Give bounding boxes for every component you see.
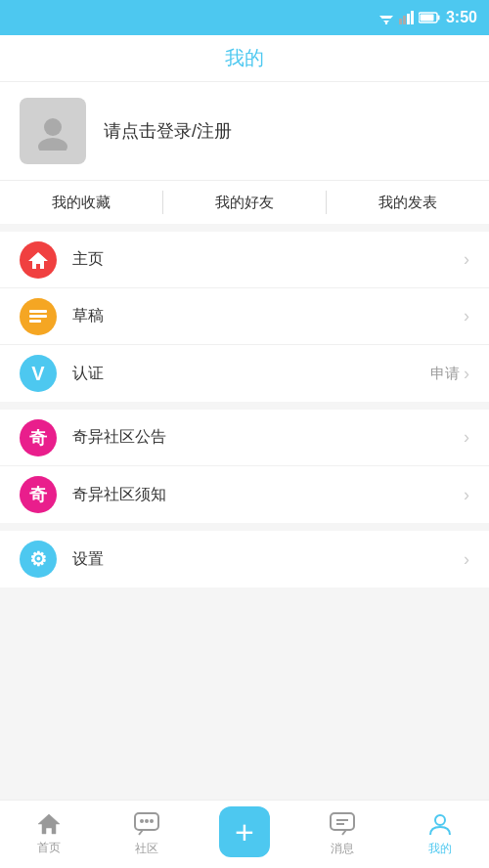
nav-label-home: 首页	[37, 840, 61, 856]
menu-item-notice[interactable]: 奇 奇异社区公告 ›	[0, 410, 489, 466]
svg-rect-10	[420, 15, 433, 22]
nav-message-icon	[329, 811, 356, 837]
draft-arrow: ›	[464, 306, 469, 326]
menu-label-rules: 奇异社区须知	[72, 485, 464, 505]
tab-posts[interactable]: 我的发表	[327, 181, 489, 224]
menu-item-rules[interactable]: 奇 奇异社区须知 ›	[0, 466, 489, 523]
nav-label-mine: 我的	[428, 841, 452, 857]
notice-arrow: ›	[464, 427, 469, 448]
status-time: 3:50	[446, 9, 477, 26]
menu-label-draft: 草稿	[72, 306, 464, 326]
home-arrow: ›	[464, 249, 469, 270]
svg-point-21	[150, 819, 154, 823]
svg-marker-17	[38, 814, 60, 834]
rules-icon: 奇	[20, 476, 57, 513]
svg-rect-5	[403, 16, 406, 24]
draft-icon	[20, 298, 57, 335]
menu-item-settings[interactable]: ⚙ 设置 ›	[0, 531, 489, 587]
bottom-nav: 首页 社区 + 消息 我的	[0, 800, 489, 868]
verify-icon: V	[20, 355, 57, 392]
menu-section-1: 主页 › 草稿 › V 认证 申请 ›	[0, 232, 489, 402]
stats-tabs: 我的收藏 我的好友 我的发表	[0, 181, 489, 232]
svg-rect-22	[331, 813, 354, 830]
profile-section[interactable]: 请点击登录/注册	[0, 82, 489, 181]
menu-label-notice: 奇异社区公告	[72, 427, 464, 448]
svg-marker-13	[28, 252, 48, 269]
plus-button[interactable]: +	[219, 806, 270, 857]
header: 我的	[0, 35, 489, 82]
home-shape-icon	[27, 250, 49, 270]
verify-badge: 申请	[430, 365, 460, 383]
home-icon	[20, 241, 57, 279]
svg-rect-16	[29, 320, 41, 323]
svg-point-19	[140, 819, 144, 823]
rules-arrow: ›	[464, 485, 469, 505]
menu-item-draft[interactable]: 草稿 ›	[0, 288, 489, 345]
nav-label-community: 社区	[135, 841, 158, 857]
nav-item-community[interactable]: 社区	[98, 801, 196, 868]
svg-point-12	[38, 138, 67, 151]
settings-icon: ⚙	[20, 541, 57, 578]
verify-arrow: ›	[464, 364, 469, 384]
menu-label-verify: 认证	[72, 364, 430, 384]
wifi-icon	[378, 11, 395, 24]
nav-community-icon	[133, 811, 160, 837]
menu-item-verify[interactable]: V 认证 申请 ›	[0, 345, 489, 402]
settings-arrow: ›	[464, 549, 469, 570]
nav-item-plus[interactable]: +	[196, 801, 293, 868]
page-title: 我的	[225, 45, 264, 71]
menu-section-3: ⚙ 设置 ›	[0, 531, 489, 587]
avatar	[20, 98, 86, 164]
svg-rect-6	[407, 14, 410, 24]
nav-label-message: 消息	[331, 841, 354, 857]
battery-icon	[419, 12, 440, 23]
svg-point-20	[145, 819, 149, 823]
svg-rect-15	[29, 315, 47, 318]
status-bar: 3:50	[0, 0, 489, 35]
nav-item-home[interactable]: 首页	[0, 801, 98, 868]
tab-friends[interactable]: 我的好友	[163, 181, 326, 224]
svg-rect-4	[399, 19, 402, 24]
signal-icon	[399, 11, 415, 24]
svg-point-25	[435, 815, 445, 825]
nav-item-mine[interactable]: 我的	[391, 801, 489, 868]
notice-icon: 奇	[20, 419, 57, 456]
avatar-icon	[33, 111, 72, 151]
menu-section-2: 奇 奇异社区公告 › 奇 奇异社区须知 ›	[0, 410, 489, 523]
nav-home-icon	[36, 812, 62, 836]
svg-rect-14	[29, 310, 47, 313]
nav-mine-icon	[427, 811, 453, 837]
svg-point-11	[44, 118, 62, 136]
nav-item-message[interactable]: 消息	[293, 801, 391, 868]
menu-item-home[interactable]: 主页 ›	[0, 232, 489, 288]
tab-favorites[interactable]: 我的收藏	[0, 181, 162, 224]
svg-rect-9	[437, 16, 439, 21]
svg-rect-7	[411, 11, 414, 24]
menu-label-settings: 设置	[72, 549, 464, 570]
status-icons	[378, 11, 440, 24]
login-prompt: 请点击登录/注册	[104, 119, 232, 143]
menu-label-home: 主页	[72, 249, 464, 270]
draft-shape-icon	[27, 307, 49, 326]
